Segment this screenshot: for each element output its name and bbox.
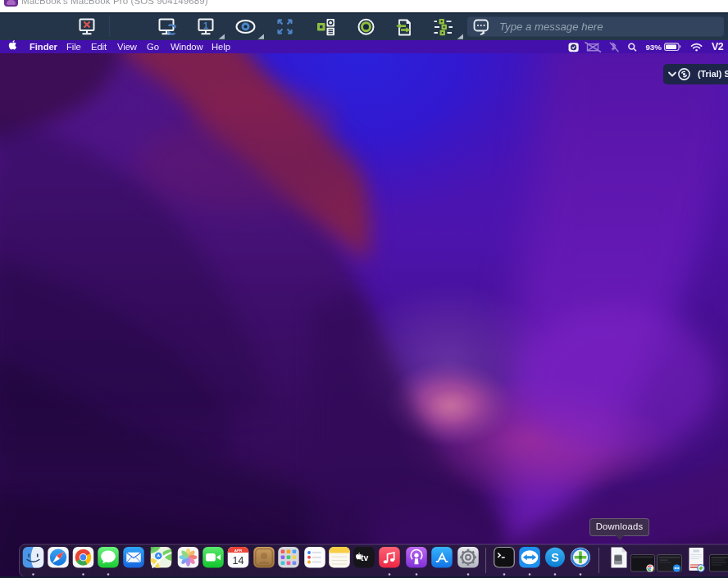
svg-text:(Trial) S: (Trial) S — [698, 69, 728, 79]
svg-text:tv: tv — [361, 553, 368, 562]
svg-text:14: 14 — [233, 555, 244, 567]
svg-text:APR: APR — [234, 548, 243, 553]
svg-text:S: S — [551, 551, 559, 564]
svg-text:Type a message here: Type a message here — [499, 20, 603, 33]
svg-text:93%: 93% — [645, 43, 662, 52]
svg-text:V2: V2 — [712, 41, 724, 52]
svg-text:1: 1 — [203, 20, 208, 30]
